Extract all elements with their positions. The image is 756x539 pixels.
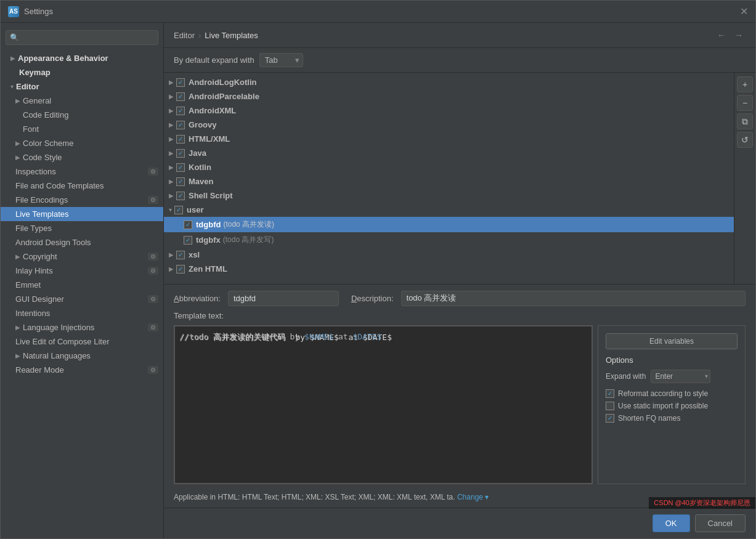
- nav-forward-button[interactable]: →: [732, 29, 746, 41]
- copy-template-button[interactable]: ⧉: [737, 113, 753, 129]
- reformat-checkbox[interactable]: [606, 389, 614, 398]
- expand-icon: ▶: [169, 164, 174, 171]
- shorten-eq-row: Shorten FQ names: [606, 414, 738, 423]
- group-checkbox[interactable]: [176, 78, 185, 87]
- sidebar-item-label: Live Templates: [15, 209, 68, 219]
- search-input[interactable]: [6, 30, 158, 45]
- group-checkbox[interactable]: [176, 149, 185, 158]
- expand-with-options-label: Expand with: [606, 372, 646, 381]
- group-checkbox[interactable]: [174, 206, 183, 214]
- sidebar-item-label: File Types: [15, 224, 52, 233]
- template-item-tdgbfx[interactable]: tdgbfx (todo 高并发写): [164, 232, 734, 248]
- description-label: Description:: [351, 294, 394, 303]
- group-kotlin[interactable]: ▶ Kotlin: [164, 160, 734, 174]
- group-checkbox[interactable]: [176, 192, 185, 200]
- group-maven[interactable]: ▶ Maven: [164, 174, 734, 188]
- edit-variables-button[interactable]: Edit variables: [606, 333, 738, 349]
- group-androidparcelable[interactable]: ▶ AndroidParcelable: [164, 89, 734, 103]
- group-checkbox[interactable]: [176, 265, 185, 274]
- static-import-checkbox[interactable]: [606, 402, 614, 410]
- template-item-tdgbfd[interactable]: tdgbfd (todo 高并发读): [164, 217, 734, 232]
- footer-buttons: OK Cancel CSDN @40岁资深老架构师尼恩: [164, 508, 755, 538]
- sidebar-item-android-design[interactable]: Android Design Tools: [1, 235, 163, 249]
- expand-icon: ▶: [169, 93, 174, 100]
- titlebar: AS Settings ✕: [1, 1, 755, 23]
- group-checkbox[interactable]: [176, 163, 185, 172]
- group-htmlxml[interactable]: ▶ HTML/XML: [164, 132, 734, 146]
- expand-with-select[interactable]: Tab Enter Space: [259, 53, 303, 67]
- sidebar-item-language-injections[interactable]: ▶ Language Injections ⚙: [1, 320, 163, 334]
- description-input[interactable]: [401, 291, 746, 306]
- change-link[interactable]: Change: [457, 493, 483, 501]
- sidebar-item-appearance[interactable]: ▶ Appearance & Behavior: [1, 51, 163, 65]
- sidebar-item-emmet[interactable]: Emmet: [1, 278, 163, 292]
- expand-icon: ▶: [169, 251, 174, 258]
- close-button[interactable]: ✕: [740, 6, 748, 17]
- expand-icon: ▶: [169, 107, 174, 114]
- sidebar-item-file-code-templates[interactable]: File and Code Templates: [1, 179, 163, 193]
- nav-back-button[interactable]: ←: [715, 29, 728, 41]
- sidebar-item-file-types[interactable]: File Types: [1, 221, 163, 235]
- template-desc: (todo 高并发读): [223, 219, 274, 230]
- group-checkbox[interactable]: [176, 135, 185, 144]
- group-checkbox[interactable]: [176, 177, 185, 186]
- sidebar-item-gui-designer[interactable]: GUI Designer ⚙: [1, 292, 163, 306]
- sidebar-item-copyright[interactable]: ▶ Copyright ⚙: [1, 249, 163, 264]
- template-textarea[interactable]: [174, 326, 592, 484]
- sidebar-item-keymap[interactable]: Keymap: [1, 65, 163, 79]
- abbreviation-input[interactable]: [228, 291, 339, 306]
- template-checkbox[interactable]: [184, 236, 192, 245]
- group-checkbox[interactable]: [176, 251, 185, 259]
- options-panel: Edit variables Options Expand with Defau…: [598, 325, 746, 485]
- group-androidlogkotlin[interactable]: ▶ AndroidLogKotlin: [164, 75, 734, 89]
- group-java[interactable]: ▶ Java: [164, 146, 734, 160]
- cancel-button[interactable]: Cancel: [695, 514, 746, 532]
- sidebar-item-font[interactable]: Font: [1, 122, 163, 136]
- reset-template-button[interactable]: ↺: [737, 132, 753, 148]
- sidebar-item-color-scheme[interactable]: ▶ Color Scheme: [1, 136, 163, 150]
- group-checkbox[interactable]: [176, 121, 185, 129]
- template-checkbox[interactable]: [184, 221, 192, 229]
- expand-with-options-row: Expand with Default (Tab) Enter Space Ta…: [606, 370, 738, 383]
- group-checkbox[interactable]: [176, 92, 185, 101]
- sidebar-item-intentions[interactable]: Intentions: [1, 306, 163, 320]
- group-user[interactable]: ▾ user: [164, 203, 734, 217]
- shorten-eq-label: Shorten FQ names: [618, 414, 680, 423]
- ok-button[interactable]: OK: [652, 514, 690, 532]
- group-label: Java: [189, 148, 206, 158]
- sidebar-item-inlay-hints[interactable]: Inlay Hints ⚙: [1, 264, 163, 278]
- sidebar-item-natural-languages[interactable]: ▶ Natural Languages: [1, 349, 163, 363]
- sidebar-item-code-style[interactable]: ▶ Code Style: [1, 150, 163, 164]
- remove-template-button[interactable]: −: [737, 95, 753, 111]
- shorten-eq-checkbox[interactable]: [606, 414, 614, 423]
- sidebar-item-label: Live Edit of Compose Liter: [15, 337, 109, 346]
- sidebar-item-live-edit-compose[interactable]: Live Edit of Compose Liter: [1, 334, 163, 349]
- language-injections-badge: ⚙: [148, 323, 158, 331]
- sidebar-item-editor[interactable]: ▾ Editor: [1, 79, 163, 94]
- sidebar-item-label: GUI Designer: [15, 294, 64, 304]
- panel-header: Editor › Live Templates ← →: [164, 23, 755, 48]
- breadcrumb-separator: ›: [198, 31, 201, 40]
- group-androidxml[interactable]: ▶ AndroidXML: [164, 103, 734, 118]
- group-groovy[interactable]: ▶ Groovy: [164, 118, 734, 132]
- group-checkbox[interactable]: [176, 107, 185, 115]
- expand-icon: ▾: [169, 206, 172, 213]
- sidebar-item-inspections[interactable]: Inspections ⚙: [1, 164, 163, 179]
- toolbar-row: By default expand with Tab Enter Space: [164, 48, 755, 73]
- group-xsl[interactable]: ▶ xsl: [164, 248, 734, 262]
- group-shell-script[interactable]: ▶ Shell Script: [164, 188, 734, 203]
- chevron-right-icon: ▶: [15, 324, 20, 331]
- sidebar-item-reader-mode[interactable]: Reader Mode ⚙: [1, 363, 163, 377]
- sidebar-item-file-encodings[interactable]: File Encodings ⚙: [1, 193, 163, 207]
- sidebar-item-code-editing[interactable]: Code Editing: [1, 108, 163, 122]
- sidebar-item-general[interactable]: ▶ General: [1, 94, 163, 108]
- abbreviation-row: Abbreviation: Description:: [174, 291, 746, 306]
- nav-arrows: ← →: [715, 29, 746, 41]
- expand-with-options-select[interactable]: Default (Tab) Enter Space Tab: [651, 370, 710, 383]
- group-zen-html[interactable]: ▶ Zen HTML: [164, 262, 734, 276]
- add-template-button[interactable]: +: [737, 76, 753, 92]
- group-label: Maven: [189, 177, 213, 186]
- sidebar-item-live-templates[interactable]: Live Templates: [1, 207, 163, 221]
- breadcrumb-current: Live Templates: [205, 31, 258, 40]
- copyright-badge: ⚙: [148, 253, 158, 261]
